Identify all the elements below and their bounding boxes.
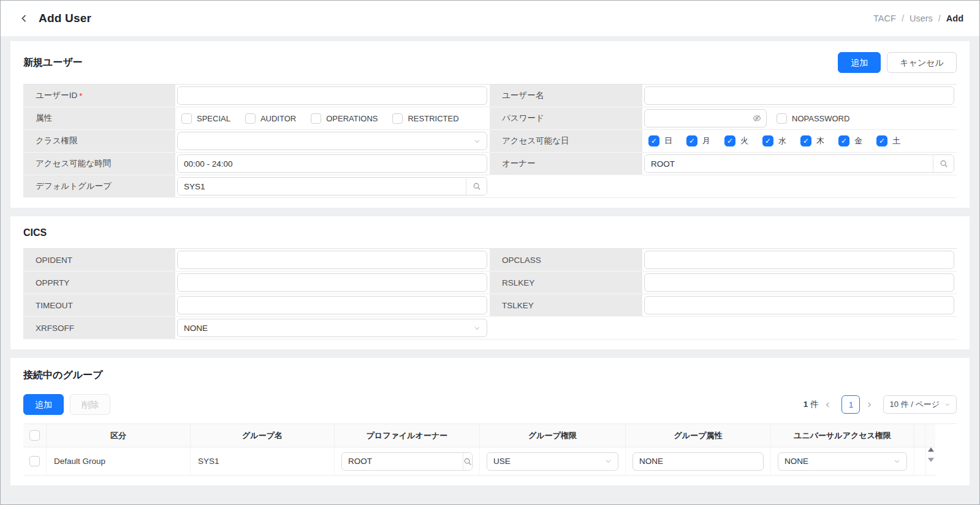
opident-label: OPIDENT: [23, 249, 175, 271]
chevron-left-icon: [19, 13, 29, 23]
checkbox-unchecked: [245, 113, 256, 124]
checkbox-unchecked: [311, 113, 321, 124]
table-header-row: 区分 グループ名 プロファイルオーナー グループ権限 グループ属性 ユニバーサル…: [23, 424, 957, 447]
breadcrumb-users[interactable]: Users: [910, 13, 933, 23]
back-button[interactable]: [15, 10, 32, 27]
opident-input[interactable]: [177, 251, 487, 269]
xrfsoff-label: XRFSOFF: [23, 317, 175, 340]
group-auth-select[interactable]: USE: [487, 452, 618, 471]
password-input[interactable]: [644, 109, 767, 127]
opprty-label: OPPRTY: [23, 271, 175, 294]
rslkey-label: RSLKEY: [490, 271, 642, 294]
col-group-attr: グループ属性: [626, 424, 771, 447]
eye-invisible-icon[interactable]: [753, 114, 761, 123]
scroll-up-icon[interactable]: [928, 447, 934, 452]
default-group-search-button[interactable]: [466, 178, 487, 195]
connected-groups-title: 接続中のグループ: [23, 369, 103, 382]
group-delete-button[interactable]: 削除: [70, 394, 110, 415]
chevron-down-icon: [474, 325, 481, 332]
profile-owner-input-group: [341, 452, 473, 471]
day-fri-checkbox[interactable]: 金: [838, 135, 862, 146]
auditor-checkbox[interactable]: AUDITOR: [245, 113, 296, 124]
restricted-checkbox[interactable]: RESTRICTED: [392, 113, 458, 124]
day-mon-checkbox[interactable]: 月: [686, 135, 710, 146]
chevron-right-icon: [866, 401, 873, 408]
select-all-checkbox[interactable]: [29, 430, 40, 441]
profile-owner-input[interactable]: [342, 453, 463, 470]
breadcrumb-tacf[interactable]: TACF: [873, 13, 896, 23]
page-title: Add User: [39, 12, 91, 25]
cics-section: CICS OPIDENT OPCLASS OPPRTY RSLKEY TIMEO…: [10, 216, 970, 349]
timeout-label: TIMEOUT: [23, 294, 175, 317]
opclass-input[interactable]: [644, 251, 954, 269]
col-scrollbar-spacer: [925, 424, 935, 447]
checkbox-checked: [762, 135, 773, 146]
breadcrumb: TACF / Users / Add: [873, 13, 963, 23]
profile-owner-search-button[interactable]: [463, 453, 472, 470]
group-add-button[interactable]: 追加: [23, 394, 64, 415]
owner-input[interactable]: [645, 155, 933, 172]
universal-access-select[interactable]: NONE: [778, 452, 907, 471]
col-spacer: [914, 424, 925, 447]
new-user-form: ユーザーID* ユーザー名 属性 SPECIAL AUDITOR OPERATI…: [23, 84, 957, 198]
timeout-input[interactable]: [177, 296, 487, 314]
day-thu-checkbox[interactable]: 木: [800, 135, 824, 146]
add-user-button[interactable]: 追加: [838, 52, 881, 73]
owner-search-button[interactable]: [933, 155, 954, 172]
xrfsoff-select[interactable]: NONE: [177, 319, 487, 337]
user-id-input[interactable]: [177, 86, 487, 105]
owner-label: オーナー: [490, 153, 642, 175]
col-group-auth: グループ権限: [480, 424, 626, 447]
nopassword-checkbox[interactable]: NOPASSWORD: [777, 113, 849, 124]
cell-group-name: SYS1: [191, 447, 335, 476]
user-name-input[interactable]: [644, 86, 954, 105]
default-group-input[interactable]: [178, 178, 466, 195]
attributes-label: 属性: [23, 107, 175, 130]
search-icon: [473, 182, 481, 191]
checkbox-checked: [724, 135, 735, 146]
checkbox-unchecked: [777, 113, 787, 124]
checkbox-checked: [648, 135, 659, 146]
user-id-label: ユーザーID*: [23, 85, 175, 107]
next-page-button[interactable]: [866, 401, 877, 408]
cell-category: Default Group: [47, 447, 191, 476]
day-wed-checkbox[interactable]: 水: [762, 135, 786, 146]
row-checkbox[interactable]: [29, 456, 40, 466]
cics-title: CICS: [23, 227, 47, 238]
class-auth-select[interactable]: [177, 132, 487, 150]
tslkey-input[interactable]: [644, 296, 954, 314]
default-group-input-group: [177, 177, 487, 196]
search-icon: [463, 457, 472, 466]
cancel-button[interactable]: キャンセル: [887, 52, 957, 73]
access-time-input[interactable]: [177, 154, 487, 173]
group-attr-input[interactable]: [632, 452, 764, 471]
page-number-button[interactable]: 1: [841, 395, 860, 414]
access-time-label: アクセス可能な時間: [23, 153, 175, 175]
total-count: 1 件: [803, 399, 819, 410]
page-size-select[interactable]: 10 件 / ページ: [883, 395, 957, 414]
day-tue-checkbox[interactable]: 火: [724, 135, 748, 146]
groups-toolbar: 追加 削除 1 件 1 10 件 / ページ: [23, 394, 957, 415]
groups-table: 区分 グループ名 プロファイルオーナー グループ権限 グループ属性 ユニバーサル…: [23, 423, 957, 476]
chevron-left-icon: [824, 401, 831, 408]
rslkey-input[interactable]: [644, 273, 954, 292]
opclass-label: OPCLASS: [490, 249, 642, 271]
checkbox-checked: [686, 135, 697, 146]
col-group-name: グループ名: [191, 424, 335, 447]
operations-checkbox[interactable]: OPERATIONS: [311, 113, 378, 124]
scroll-down-icon[interactable]: [928, 458, 934, 462]
breadcrumb-separator: /: [902, 13, 904, 23]
required-asterisk: *: [79, 91, 82, 101]
search-icon: [940, 159, 948, 168]
user-name-label: ユーザー名: [490, 85, 642, 107]
day-sun-checkbox[interactable]: 日: [648, 135, 672, 146]
day-sat-checkbox[interactable]: 土: [876, 135, 900, 146]
special-checkbox[interactable]: SPECIAL: [181, 113, 230, 124]
table-scrollbar[interactable]: [925, 447, 935, 476]
breadcrumb-current: Add: [946, 13, 963, 23]
tslkey-label: TSLKEY: [490, 294, 642, 317]
new-user-title: 新規ユーザー: [23, 56, 83, 69]
opprty-input[interactable]: [177, 273, 487, 292]
default-group-label: デフォルトグループ: [23, 175, 175, 198]
prev-page-button[interactable]: [824, 401, 835, 408]
